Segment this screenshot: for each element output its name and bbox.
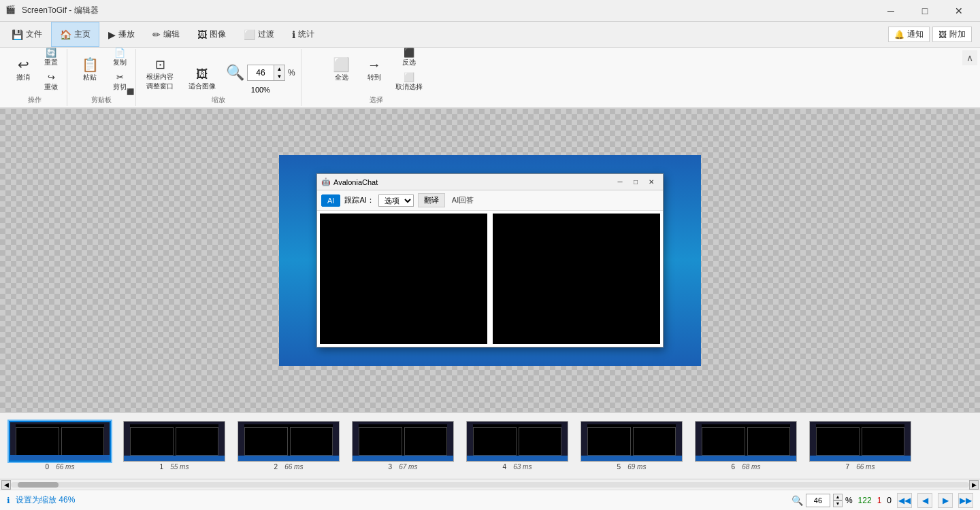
menu-image[interactable]: 🖼 图像: [189, 22, 235, 47]
canvas-area: 🤖 AvaloniaChat ─ □ ✕ AI 跟踪AI： 选项 翻译: [0, 109, 980, 412]
paste-icon: 📋: [82, 58, 99, 71]
frame-thumb-inner: [244, 424, 333, 458]
nav-prev-button[interactable]: ◀: [917, 493, 932, 508]
zoom-label: 缩放: [212, 95, 225, 105]
frame-thumb: [238, 421, 340, 462]
status-info-icon: ℹ: [7, 496, 10, 505]
zoom-glass-icon[interactable]: 🔍: [226, 64, 244, 82]
clipboard-corner[interactable]: ⬛: [127, 88, 134, 95]
inner-toolbar: AI 跟踪AI： 选项 翻译 AI回答: [317, 190, 663, 211]
save-icon: 💾: [12, 29, 23, 40]
ribbon-group-clipboard: 📋 粘贴 📄 复制 ✂ 剪切 剪贴板 ⬛: [67, 49, 136, 106]
frame-thumb-panel-left: [16, 427, 59, 456]
scroll-thumb[interactable]: [18, 482, 59, 488]
menu-stats[interactable]: ℹ 统计: [283, 22, 323, 47]
cancel-select-button[interactable]: ⬜ 取消选择: [392, 71, 426, 94]
paste-button[interactable]: 📋 粘贴: [73, 55, 107, 85]
operations-content: ↩ 撤消 🔄 重置 ↪ 重做: [8, 44, 61, 94]
menu-right: 🔔 通知 🖼 附加: [888, 22, 977, 47]
status-zoom-area: 🔍 ▲ ▼ %: [791, 494, 853, 507]
scroll-left-button[interactable]: ◀: [1, 480, 11, 490]
frame-item[interactable]: 463 ms: [460, 420, 574, 472]
frame-number: 5: [617, 463, 621, 471]
frame-thumb-inner: [130, 424, 218, 458]
nav-first-button[interactable]: ◀◀: [897, 493, 912, 508]
select-all-button[interactable]: ⬜ 全选: [327, 55, 357, 85]
status-pct-label: %: [845, 496, 853, 505]
inverse-cancel-pair: ⬛ 反选 ⬜ 取消选择: [392, 46, 426, 94]
nav-next-button[interactable]: ▶: [938, 493, 953, 508]
frame-number: 2: [274, 463, 278, 471]
scroll-right-button[interactable]: ▶: [969, 480, 979, 490]
notify-button[interactable]: 🔔 通知: [888, 27, 930, 42]
frame-duration: 67 ms: [399, 463, 417, 471]
inner-translate-button[interactable]: 翻译: [418, 193, 445, 207]
inner-ai-button[interactable]: AI: [321, 194, 340, 207]
frame-thumb: [466, 421, 568, 462]
frame-item[interactable]: 066 ms: [3, 420, 117, 472]
zoom-input[interactable]: [248, 65, 274, 80]
inverse-select-button[interactable]: ⬛ 反选: [392, 46, 426, 69]
frame-blue-strip: [10, 455, 110, 460]
frame-blue-strip: [696, 456, 796, 461]
frame-number: 6: [732, 463, 736, 471]
frame-labels: 155 ms: [160, 462, 189, 471]
ribbon-expand-button[interactable]: ∧: [962, 50, 977, 65]
status-zoom-up[interactable]: ▲: [833, 494, 843, 500]
frame-item[interactable]: 766 ms: [803, 420, 917, 472]
maximize-button[interactable]: □: [909, 1, 941, 21]
frame-thumb-panel-left: [816, 427, 860, 456]
zoom-row1: 🔍 ▲ ▼ %: [226, 64, 295, 82]
inner-ai-select[interactable]: 选项: [378, 194, 414, 207]
zoom-spinners: ▲ ▼: [274, 65, 284, 80]
title-bar-controls: ─ □ ✕: [875, 1, 975, 21]
frame-strip: 066 ms155 ms266 ms367 ms463 ms569 ms668 …: [0, 415, 920, 476]
status-bar: ℹ 设置为缩放 46% 🔍 ▲ ▼ % 122 1 0 ◀◀ ◀ ▶ ▶▶: [0, 490, 980, 510]
fit-window-icon: ⊡: [155, 58, 165, 71]
goto-button[interactable]: → 转到: [359, 55, 389, 85]
undo-button[interactable]: ↩ 撤消: [8, 55, 38, 85]
status-zoom-down[interactable]: ▼: [833, 500, 843, 507]
copy-button[interactable]: 📄 复制: [110, 46, 130, 69]
close-button[interactable]: ✕: [943, 1, 975, 21]
zoom-down-button[interactable]: ▼: [274, 73, 284, 80]
attach-button[interactable]: 🖼 附加: [932, 27, 972, 42]
reset-button[interactable]: 🔄 重置: [41, 46, 61, 69]
frame-item[interactable]: 155 ms: [117, 420, 231, 472]
inner-close-button[interactable]: ✕: [644, 176, 659, 188]
image-icon: 🖼: [197, 29, 207, 40]
fit-window-button[interactable]: ⊡ 根据内容 调整窗口: [142, 56, 178, 94]
status-num0: 0: [887, 496, 892, 505]
menu-transition[interactable]: ⬜ 过渡: [235, 22, 283, 47]
frame-item[interactable]: 569 ms: [574, 420, 689, 472]
frame-thumb: [352, 421, 454, 462]
reset-icon: 🔄: [46, 48, 56, 57]
select-label: 选择: [370, 95, 383, 105]
zoom-controls: 🔍 ▲ ▼ % 100%: [226, 64, 295, 94]
transition-icon: ⬜: [244, 29, 255, 40]
horizontal-scrollbar[interactable]: ◀ ▶: [0, 479, 980, 490]
menu-edit[interactable]: ✏ 编辑: [144, 22, 189, 47]
frame-thumb-panel-left: [702, 427, 745, 456]
attach-icon: 🖼: [938, 30, 947, 39]
frame-item[interactable]: 266 ms: [231, 420, 346, 472]
minimize-button[interactable]: ─: [875, 1, 906, 21]
inverse-select-icon: ⬛: [404, 48, 414, 57]
inner-maximize-button[interactable]: □: [628, 176, 643, 188]
cancel-select-icon: ⬜: [404, 73, 414, 82]
frame-thumb-panel-left: [587, 427, 631, 456]
redo-button[interactable]: ↪ 重做: [41, 71, 61, 94]
frame-item[interactable]: 367 ms: [346, 420, 460, 472]
status-zoom-input[interactable]: [806, 494, 830, 507]
frame-thumb-panel-right: [176, 427, 219, 456]
canvas-content: 🤖 AvaloniaChat ─ □ ✕ AI 跟踪AI： 选项 翻译: [279, 155, 701, 366]
zoom-up-button[interactable]: ▲: [274, 65, 284, 73]
nav-last-button[interactable]: ▶▶: [958, 493, 973, 508]
frame-duration: 63 ms: [513, 463, 532, 471]
frame-item[interactable]: 668 ms: [689, 420, 803, 472]
frame-labels: 367 ms: [389, 462, 418, 471]
zoom-100-button[interactable]: 100%: [251, 86, 270, 94]
notify-icon: 🔔: [894, 30, 904, 39]
inner-minimize-button[interactable]: ─: [612, 176, 627, 188]
fit-image-button[interactable]: 🖼 适合图像: [184, 65, 220, 94]
